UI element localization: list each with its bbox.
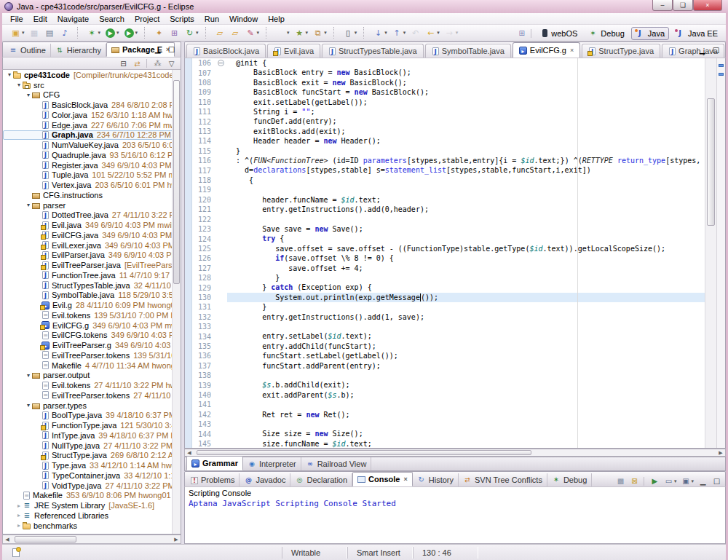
tree-item[interactable]: Evil.g28 4/11/10 6:09 PM hwong0	[3, 300, 181, 310]
view-menu-button[interactable]: ▽	[165, 58, 178, 69]
maximize-button[interactable]: ❏	[673, 0, 693, 11]
menu-window[interactable]: Window	[224, 14, 263, 24]
close-icon[interactable]: ×	[570, 47, 574, 54]
tree-item[interactable]: EvilTreeParser.java[EvilTreeParser.g	[3, 260, 181, 270]
code-line[interactable]: 138	[185, 371, 705, 380]
tree-item[interactable]: ▾parser.types	[3, 401, 181, 411]
next-annotation-button[interactable]: ↓▾	[371, 26, 389, 40]
code-line[interactable]: 139 $s.b.addChild(exit);	[185, 380, 705, 390]
tree-item[interactable]: VoidType.java27 4/11/10 3:22 PM	[3, 481, 181, 491]
tab-structtype-java[interactable]: StructType.java	[582, 44, 660, 58]
menu-help[interactable]: Help	[263, 14, 290, 24]
tree-item[interactable]: SymbolTable.java118 5/29/10 3:59	[3, 291, 181, 301]
tree-item[interactable]: Evil.tokens27 4/11/10 3:22 PM hw	[3, 380, 181, 390]
tab-grammar[interactable]: Grammar	[186, 456, 243, 470]
tree-item[interactable]: NullType.java27 4/11/10 3:22 PM	[3, 441, 181, 451]
tree-item[interactable]: NumValueKey.java203 6/5/10 6:01	[3, 140, 181, 150]
tab-debug[interactable]: Debug	[547, 473, 592, 486]
run-last-button[interactable]: ▶▾	[122, 26, 141, 40]
menu-search[interactable]: Search	[94, 14, 130, 24]
code-line[interactable]: 120 header.funcName = $id.text;	[185, 195, 705, 205]
tree-item[interactable]: EvilCFG.tokens349 6/9/10 4:03 PM	[3, 331, 181, 341]
tree-item[interactable]: CFG.instructions	[3, 190, 181, 200]
clear-console-button[interactable]: ▩	[614, 476, 627, 486]
tree-item[interactable]: ▸Referenced Libraries	[3, 510, 181, 521]
device-button[interactable]: ▯▾	[341, 26, 360, 40]
tree-item[interactable]: Evil.tokens139 5/31/10 7:00 PM hw	[3, 310, 181, 320]
code-line[interactable]: 110 exit.setLabel(getLabel());	[185, 98, 705, 107]
occurrence-mark[interactable]	[719, 64, 724, 67]
tree-item[interactable]: ▾parser	[3, 200, 181, 210]
tree-item[interactable]: DottedTree.java27 4/11/10 3:22 PM	[3, 210, 181, 221]
tab-javadoc[interactable]: Javadoc	[240, 473, 290, 486]
tree-item[interactable]: StructType.java269 6/8/10 2:12 AM	[3, 451, 181, 461]
tree-item[interactable]: Quadruple.java93 5/16/10 6:12 PM	[3, 150, 181, 160]
console-body[interactable]: Scripting Console Aptana JavaScript Scri…	[184, 486, 726, 544]
menu-navigate[interactable]: Navigate	[52, 14, 94, 24]
tree-item[interactable]: EvilParser.java349 6/9/10 4:03 PM	[3, 251, 181, 261]
tree-item[interactable]: StructTypesTable.java32 4/11/10 1	[3, 280, 181, 291]
code-line[interactable]: 144 Size size = new Size();	[185, 429, 705, 438]
code-line[interactable]: 137 funcStart.addParent(entry);	[185, 361, 705, 371]
scroll-left-arrow-icon[interactable]: ◀	[185, 450, 194, 456]
tree-item[interactable]: EvilCFG.java349 6/9/10 4:03 PM m	[3, 230, 181, 240]
tree-item[interactable]: Register.java349 6/9/10 4:03 PM m	[3, 160, 181, 170]
tree-item[interactable]: Type.java33 4/12/10 1:14 AM hwo	[3, 460, 181, 470]
code-line[interactable]: 121 entry.getInstructions().add(0,header…	[185, 205, 705, 214]
perspective-webos[interactable]: webOS	[537, 27, 582, 40]
close-button[interactable]: ×	[693, 0, 722, 11]
tree-item[interactable]: IntType.java39 4/18/10 6:37 PM h	[3, 430, 181, 441]
code-line[interactable]: 132 entry.getInstructions().add(1, save)…	[185, 312, 705, 322]
code-line[interactable]: 115 }	[185, 146, 705, 156]
tree-item[interactable]: ▾src	[3, 80, 181, 90]
tree-item[interactable]: EvilCFG.g349 6/9/10 4:03 PM mwi	[3, 320, 181, 331]
tab-svn-tree-conflicts[interactable]: SVN Tree Conflicts	[459, 473, 547, 486]
minimize-button[interactable]: –	[652, 0, 673, 11]
tree-item[interactable]: Evil.java349 6/9/10 4:03 PM mwilt	[3, 220, 181, 230]
tree-item[interactable]: Makefile4 4/7/10 11:34 AM hwong	[3, 360, 181, 371]
open-console-button[interactable]: ▣▾	[679, 476, 695, 486]
tab-symboltable-java[interactable]: SymbolTable.java	[425, 44, 511, 58]
perspective-java-ee[interactable]: Java EE	[671, 27, 722, 40]
code-line[interactable]: 130 System.out.println(exp.getMessage())…	[185, 293, 705, 302]
tab-history[interactable]: History	[413, 473, 459, 486]
tab-evilcfg-g[interactable]: EvilCFG.g×	[513, 42, 580, 58]
code-line[interactable]: 107 BasicBlock entry = new BasicBlock();	[185, 68, 705, 77]
code-line[interactable]: 116 : ^(FUN<FunctionTree> (id=ID paramet…	[185, 156, 705, 165]
display-console-button[interactable]: ▭▾	[662, 476, 678, 486]
code-line[interactable]: 135 entry.addChild(funcStart);	[185, 342, 705, 351]
external-tools-button[interactable]: ✶▾	[84, 26, 103, 40]
tree-item[interactable]: ▾parser.output	[3, 371, 181, 381]
scrollbar-thumb[interactable]	[15, 536, 76, 543]
code-line[interactable]: 145 size.funcName = $id.text;	[185, 439, 705, 448]
tree-item[interactable]: EvilTreeParser.tokens27 4/11/10 3:	[3, 390, 181, 401]
scroll-right-arrow-icon[interactable]: ▶	[172, 537, 181, 543]
tab-declaration[interactable]: Declaration	[290, 473, 352, 486]
title-bar[interactable]: Java - cpe431code/src/parser/EvilCFG.g -…	[0, 0, 728, 13]
scroll-right-arrow-icon[interactable]: ▶	[716, 450, 725, 456]
code-line[interactable]: 117 d=declarations[stypes,stable] s=stat…	[185, 165, 705, 175]
tree-item[interactable]: Color.java152 6/3/10 1:18 AM hw	[3, 110, 181, 120]
tree-item[interactable]: ▾CFG	[3, 90, 181, 100]
open-perspective-button[interactable]: ⊞	[515, 28, 528, 39]
tree-item[interactable]: FunctionTree.java11 4/7/10 9:17 P	[3, 270, 181, 280]
window-list-button[interactable]: ⧉▾	[310, 26, 329, 40]
collapsed-arrow-icon[interactable]: ▸	[15, 522, 23, 529]
expanded-arrow-icon[interactable]: ▾	[25, 202, 32, 208]
tree-item[interactable]: Graph.java234 6/7/10 12:28 PM m	[3, 130, 181, 141]
menu-scripts[interactable]: Scripts	[165, 14, 199, 24]
tree-item[interactable]: BoolType.java39 4/18/10 6:37 PM	[3, 411, 181, 421]
expanded-arrow-icon[interactable]: ▾	[25, 92, 32, 98]
previous-annotation-button[interactable]: ↑▾	[389, 26, 408, 40]
code-line[interactable]: 126 if(save.offset \% 8 != 0) {	[185, 253, 705, 263]
maximize-view-button[interactable]: □	[711, 476, 723, 486]
tab-outline[interactable]: Outline	[4, 44, 51, 57]
tree-item[interactable]: FunctionType.java121 5/30/10 3:49	[3, 420, 181, 430]
tree-item[interactable]: EvilTreeParser.tokens139 5/31/10 7	[3, 350, 181, 360]
minimize-view-button[interactable]: ▁	[697, 476, 709, 486]
antlr-doc-button[interactable]: ♪	[58, 26, 73, 40]
run-button[interactable]: ▶▾	[103, 26, 122, 40]
tree-item[interactable]: Tuple.java101 5/22/10 5:52 PM m	[3, 170, 181, 181]
scrollbar-thumb[interactable]	[173, 80, 180, 284]
expanded-arrow-icon[interactable]: ▾	[25, 402, 32, 409]
